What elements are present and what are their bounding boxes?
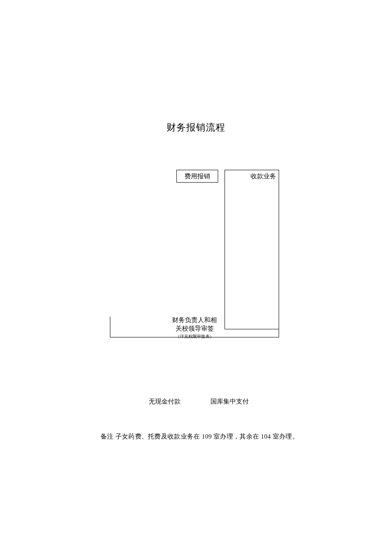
approval-box: 财务负责人和相 关校领导审签 （详见权限审批表）: [110, 317, 279, 337]
receipt-business-label: 收款业务: [251, 172, 276, 180]
receipt-business-container: [225, 170, 279, 329]
approval-text-line2: 关校领导审签: [110, 325, 279, 333]
approval-note: （详见权限审批表）: [110, 334, 279, 340]
expense-reimbursement-box: 费用报销: [176, 170, 218, 183]
approval-text-line1: 财务负责人和相: [110, 316, 279, 324]
footnote-text: 备注 子女药费、托费及收款业务在 109 室办理，其余在 104 室办理。: [101, 433, 299, 441]
page-title: 财务报销流程: [0, 121, 392, 134]
no-cash-payment-label: 无现金付款: [149, 398, 181, 406]
treasury-payment-label: 国库集中支付: [210, 398, 249, 406]
